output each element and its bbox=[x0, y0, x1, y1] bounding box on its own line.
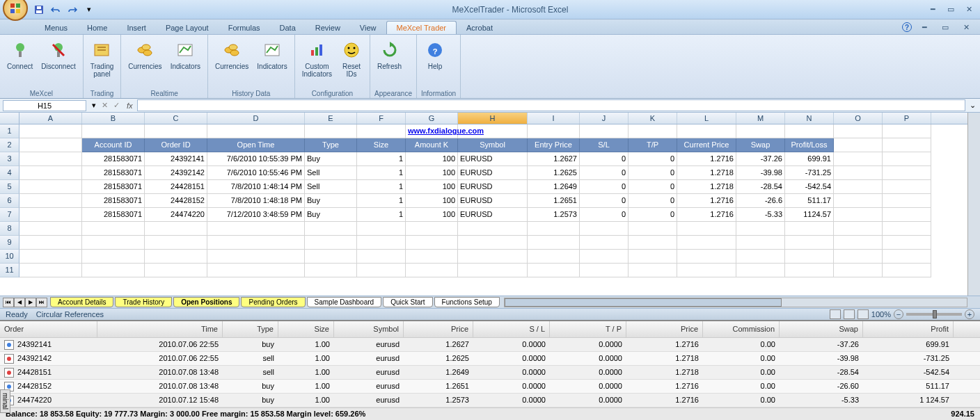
col-header-A[interactable]: A bbox=[19, 113, 82, 124]
cell[interactable] bbox=[357, 250, 406, 264]
cell[interactable] bbox=[736, 236, 785, 250]
col-header-L[interactable]: L bbox=[677, 113, 736, 124]
terminal-col-header[interactable]: Profit bbox=[863, 321, 954, 337]
cell[interactable] bbox=[580, 236, 629, 250]
terminal-col-header[interactable]: Price bbox=[626, 321, 703, 337]
cell[interactable] bbox=[785, 264, 834, 277]
terminal-row[interactable]: 244281522010.07.08 13:48buy1.00eurusd1.2… bbox=[0, 380, 980, 394]
cell[interactable]: 1 bbox=[357, 180, 406, 194]
header-cell[interactable]: Open Time bbox=[207, 138, 305, 152]
cell[interactable]: 1 bbox=[357, 194, 406, 208]
view-page-break-icon[interactable] bbox=[858, 309, 869, 319]
cell[interactable] bbox=[580, 264, 629, 277]
cell[interactable]: 0 bbox=[629, 194, 677, 208]
cell[interactable] bbox=[580, 250, 629, 264]
cell[interactable] bbox=[207, 222, 305, 236]
cell[interactable]: -28.54 bbox=[736, 180, 785, 194]
cell[interactable] bbox=[883, 152, 931, 166]
cell[interactable]: -5.33 bbox=[736, 208, 785, 222]
link-cell[interactable]: www.fxdialogue.com bbox=[406, 124, 458, 138]
view-page-layout-icon[interactable] bbox=[844, 309, 855, 319]
cell[interactable] bbox=[19, 166, 82, 180]
cell[interactable]: Buy bbox=[305, 152, 357, 166]
row-header[interactable]: 8 bbox=[0, 222, 19, 236]
cell[interactable]: 1.2573 bbox=[528, 208, 580, 222]
cell[interactable] bbox=[207, 250, 305, 264]
header-cell[interactable]: Size bbox=[357, 138, 406, 152]
cell[interactable] bbox=[629, 124, 677, 138]
cell[interactable] bbox=[305, 222, 357, 236]
tab-menus[interactable]: Menus bbox=[35, 22, 77, 34]
ribbon-custom-indicators[interactable]: CustomIndicators bbox=[299, 38, 335, 79]
horizontal-scrollbar[interactable] bbox=[504, 298, 967, 307]
row-header[interactable]: 7 bbox=[0, 208, 19, 222]
cell[interactable] bbox=[19, 124, 82, 138]
fx-icon[interactable]: fx bbox=[122, 102, 137, 110]
cell[interactable]: 281583071 bbox=[82, 194, 145, 208]
cell[interactable] bbox=[834, 124, 883, 138]
cell[interactable]: 281583071 bbox=[82, 166, 145, 180]
col-header-O[interactable]: O bbox=[834, 113, 883, 124]
sheet-tab-pending-orders[interactable]: Pending Orders bbox=[241, 297, 305, 307]
row-header[interactable]: 6 bbox=[0, 194, 19, 208]
cell[interactable] bbox=[82, 236, 145, 250]
cell[interactable]: 1.2716 bbox=[677, 194, 736, 208]
col-header-B[interactable]: B bbox=[82, 113, 145, 124]
header-cell[interactable]: Current Price bbox=[677, 138, 736, 152]
cell[interactable] bbox=[207, 236, 305, 250]
cell[interactable] bbox=[305, 236, 357, 250]
cell[interactable] bbox=[834, 208, 883, 222]
sheet-tab-sample-dashboard[interactable]: Sample Dashboard bbox=[307, 297, 382, 307]
col-header-F[interactable]: F bbox=[357, 113, 406, 124]
cell[interactable]: 7/6/2010 10:55:39 PM bbox=[207, 152, 305, 166]
terminal-row[interactable]: 243921422010.07.06 22:55sell1.00eurusd1.… bbox=[0, 352, 980, 366]
tab-data[interactable]: Data bbox=[270, 22, 306, 34]
minimize-button[interactable]: ━ bbox=[924, 3, 941, 16]
cell[interactable] bbox=[834, 166, 883, 180]
cell[interactable] bbox=[883, 208, 931, 222]
cell[interactable] bbox=[580, 222, 629, 236]
cell[interactable] bbox=[145, 222, 207, 236]
name-box[interactable]: H15 bbox=[3, 100, 86, 111]
save-icon[interactable] bbox=[32, 3, 46, 17]
cell[interactable]: 24428151 bbox=[145, 180, 207, 194]
ribbon-refresh[interactable]: Refresh bbox=[374, 38, 404, 72]
cell[interactable] bbox=[19, 236, 82, 250]
sheet-tab-account-details[interactable]: Account Details bbox=[50, 297, 113, 307]
cell[interactable]: 281583071 bbox=[82, 180, 145, 194]
help-icon[interactable]: ? bbox=[902, 22, 912, 32]
ribbon-reset-ids[interactable]: ResetIDs bbox=[338, 38, 365, 79]
cell[interactable] bbox=[528, 124, 580, 138]
cell[interactable] bbox=[736, 264, 785, 277]
tab-insert[interactable]: Insert bbox=[117, 22, 156, 34]
cell[interactable] bbox=[834, 152, 883, 166]
cell[interactable] bbox=[145, 124, 207, 138]
cell[interactable]: 0 bbox=[580, 152, 629, 166]
cell[interactable]: 281583071 bbox=[82, 152, 145, 166]
redo-icon[interactable] bbox=[65, 3, 79, 17]
ribbon-indicators[interactable]: Indicators bbox=[254, 38, 290, 72]
cell[interactable] bbox=[305, 124, 357, 138]
cell[interactable] bbox=[883, 124, 931, 138]
tab-home[interactable]: Home bbox=[77, 22, 117, 34]
cell[interactable] bbox=[736, 250, 785, 264]
terminal-row[interactable]: 243921412010.07.06 22:55buy1.00eurusd1.2… bbox=[0, 338, 980, 352]
col-header-N[interactable]: N bbox=[785, 113, 834, 124]
cell[interactable]: 0 bbox=[580, 180, 629, 194]
inner-minimize-button[interactable]: ━ bbox=[916, 21, 933, 33]
cell[interactable] bbox=[19, 264, 82, 277]
side-tab-label[interactable]: minal bbox=[0, 389, 10, 413]
cell[interactable]: 1.2716 bbox=[677, 208, 736, 222]
cell[interactable] bbox=[406, 250, 458, 264]
terminal-col-header[interactable]: Time bbox=[97, 321, 223, 337]
cell[interactable]: 0 bbox=[629, 152, 677, 166]
sheet-tab-quick-start[interactable]: Quick Start bbox=[383, 297, 432, 307]
sheet-tab-trade-history[interactable]: Trade History bbox=[115, 297, 172, 307]
terminal-col-header[interactable]: Commission bbox=[703, 321, 780, 337]
ribbon-currencies[interactable]: Currencies bbox=[212, 38, 251, 72]
cell[interactable]: EURUSD bbox=[458, 152, 528, 166]
header-cell[interactable]: Order ID bbox=[145, 138, 207, 152]
cell[interactable] bbox=[145, 236, 207, 250]
cell[interactable]: 699.91 bbox=[785, 152, 834, 166]
view-normal-icon[interactable] bbox=[830, 309, 841, 319]
